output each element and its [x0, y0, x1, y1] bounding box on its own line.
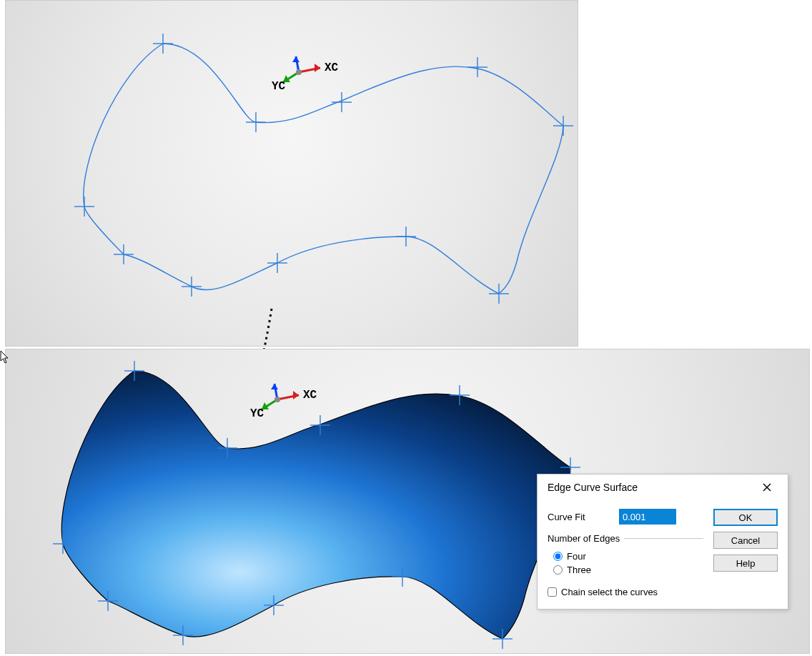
- svg-marker-25: [315, 64, 320, 72]
- svg-marker-54: [293, 391, 299, 399]
- point-marker[interactable]: [332, 92, 352, 112]
- curve-wireframe[interactable]: [84, 44, 563, 294]
- axis-x-label: XC: [303, 389, 317, 402]
- curve-points[interactable]: [74, 34, 573, 304]
- wireframe-canvas[interactable]: XC YC: [6, 1, 578, 346]
- curve-fit-input[interactable]: [619, 509, 676, 525]
- axis-x-label: XC: [325, 61, 339, 74]
- dialog-title: Edge Curve Surface: [548, 482, 638, 493]
- dialog-titlebar[interactable]: Edge Curve Surface: [538, 474, 788, 500]
- nurbs-surface[interactable]: [61, 371, 570, 639]
- radio-three[interactable]: [553, 565, 563, 575]
- point-marker[interactable]: [153, 34, 173, 54]
- point-marker[interactable]: [246, 112, 266, 132]
- point-marker[interactable]: [467, 57, 487, 77]
- chain-select-label: Chain select the curves: [561, 587, 658, 597]
- axis-y-label: YC: [250, 407, 264, 420]
- viewport-wireframe[interactable]: XC YC: [5, 0, 578, 347]
- curve-fit-label: Curve Fit: [548, 512, 612, 522]
- close-button[interactable]: [752, 477, 782, 497]
- number-of-edges-group: Number of Edges Four Three: [548, 533, 703, 577]
- wcs-triad[interactable]: XC YC: [272, 56, 339, 93]
- ok-button[interactable]: OK: [713, 509, 778, 526]
- svg-point-57: [274, 397, 280, 402]
- number-of-edges-legend: Number of Edges: [548, 533, 624, 544]
- radio-four-label: Four: [567, 551, 586, 562]
- point-marker[interactable]: [182, 277, 202, 297]
- radio-three-label: Three: [567, 565, 591, 575]
- close-icon: [763, 483, 771, 492]
- chain-select-checkbox[interactable]: [548, 587, 557, 597]
- help-button[interactable]: Help: [713, 555, 778, 572]
- cancel-button[interactable]: Cancel: [713, 532, 778, 549]
- point-marker[interactable]: [267, 253, 287, 273]
- radio-four[interactable]: [553, 552, 563, 561]
- edge-curve-surface-dialog[interactable]: Edge Curve Surface Curve Fit Number of E…: [537, 474, 788, 610]
- svg-marker-52: [271, 384, 278, 389]
- axis-y-label: YC: [272, 80, 286, 93]
- wcs-triad[interactable]: XC YC: [250, 384, 317, 420]
- point-marker[interactable]: [74, 197, 94, 217]
- svg-marker-23: [292, 56, 299, 62]
- point-marker[interactable]: [553, 116, 573, 136]
- svg-point-28: [296, 69, 302, 75]
- point-marker[interactable]: [396, 227, 416, 247]
